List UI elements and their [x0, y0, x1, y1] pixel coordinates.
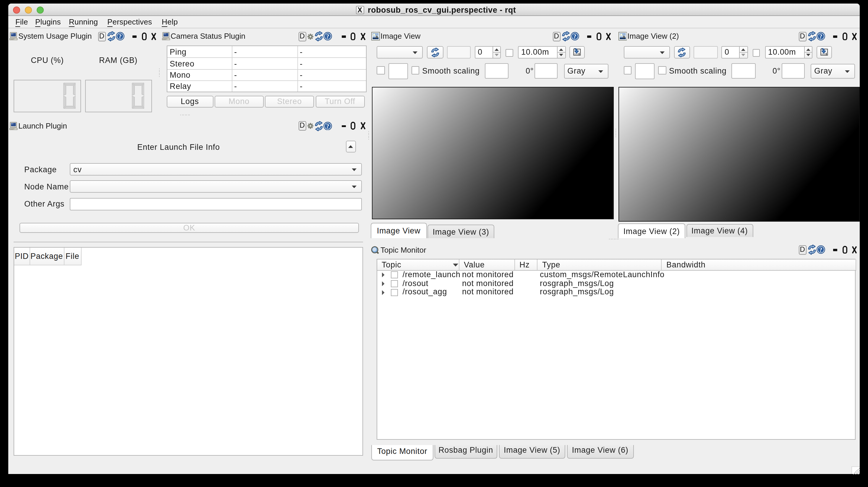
svg-text:?: ?	[326, 33, 329, 40]
svg-text:?: ?	[573, 33, 577, 40]
svg-text:?: ?	[819, 33, 823, 40]
svg-text:?: ?	[819, 246, 823, 253]
svg-text:?: ?	[326, 122, 329, 129]
svg-text:?: ?	[119, 33, 122, 40]
